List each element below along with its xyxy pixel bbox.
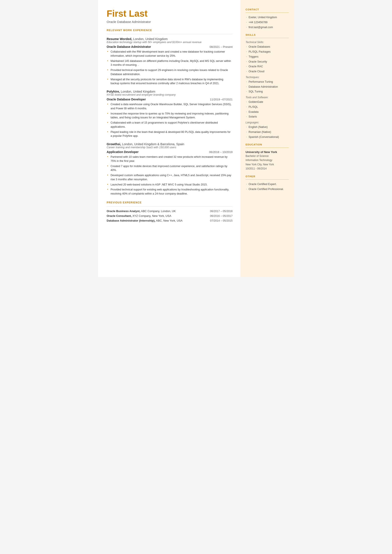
company-name-1: Resume Worded, London, United Kingdom: [107, 37, 232, 41]
skills-techniques-label: Techniques:: [245, 76, 289, 79]
edu-university-1: University of New York: [245, 150, 289, 154]
bullet-2-1: Created a data warehouse using Oracle Wa…: [107, 102, 232, 111]
edu-degree-1: Bachelor of Science Information Technolo…: [245, 154, 289, 171]
prev-exp-dates-3: 07/2014 – 05/2015: [210, 219, 232, 222]
bullet-2-4: Played leading role in the team that des…: [107, 130, 232, 138]
education-block-1: University of New York Bachelor of Scien…: [245, 150, 289, 171]
main-column: First Last Oracle Database Administrator…: [98, 0, 240, 277]
skill-tech-3: Triggers: [245, 55, 289, 59]
bullet-list-1: Collaborated with the RW development tea…: [107, 50, 232, 85]
bullet-1-1: Collaborated with the RW development tea…: [107, 50, 232, 58]
prev-exp-role-3: Database Administrator (Internship), ABC…: [107, 219, 182, 222]
divider-relevant-work: [107, 34, 232, 34]
role-title-3: Application Developer: [107, 150, 139, 154]
role-title-2: Oracle Database Developer: [107, 98, 146, 101]
skill-technique-3: SQL Tuning: [245, 90, 289, 94]
candidate-name: First Last: [107, 9, 232, 19]
prev-exp-row-3: Database Administrator (Internship), ABC…: [107, 219, 232, 222]
bullet-2-2: Increased the response time to queries u…: [107, 112, 232, 120]
skill-lang-1: English (Native): [245, 125, 289, 129]
prev-exp-row-1: Oracle Business Analyst, ABC Company, Lo…: [107, 210, 232, 213]
company-name-2: Polyhire, London, United Kingdom: [107, 90, 232, 93]
company-name-3: Growthsi, London, United Kingdom & Barce…: [107, 142, 232, 146]
role-title-1: Oracle Database Administrator: [107, 45, 151, 49]
prev-exp-role-2: Oracle Consultant, XYZ Company, New York…: [107, 214, 171, 217]
divider-previous-exp: [107, 206, 232, 206]
divider-contact: [245, 13, 289, 13]
name-title-block: First Last Oracle Database Administrator: [107, 9, 232, 24]
skill-tool-3: Exadata: [245, 110, 289, 114]
role-row-1: Oracle Database Administrator 08/2021 – …: [107, 45, 232, 49]
role-row-2: Oracle Database Developer 11/2019 –07/20…: [107, 98, 232, 101]
prev-exp-role-1: Oracle Business Analyst, ABC Company, Lo…: [107, 210, 176, 213]
skill-technique-1: Performance Tuning: [245, 80, 289, 84]
role-row-3: Application Developer 06/2018 – 10/2019: [107, 150, 232, 154]
skills-header: SKILLS: [245, 34, 289, 36]
skills-languages-list: English (Native) Romanian (Native) Spani…: [245, 125, 289, 139]
skill-tech-4: Oracle Security: [245, 60, 289, 64]
skills-technical-list: Oracle Databases PL/SQL Packages Trigger…: [245, 45, 289, 74]
other-item-1: Oracle Certified Expert.: [245, 182, 289, 186]
prev-exp-dates-1: 06/2017 – 05/2018: [210, 210, 232, 213]
divider-education: [245, 147, 289, 148]
contact-item-phone: +44 123456789: [245, 20, 289, 24]
skill-tech-5: Oracle RAC: [245, 64, 289, 69]
skill-tool-4: Solaris: [245, 115, 289, 119]
skill-tech-6: Oracle Cloud: [245, 70, 289, 74]
other-header: OTHER: [245, 175, 289, 178]
bullet-3-2: Created 7 apps for mobile devices that i…: [107, 164, 232, 172]
role-dates-3: 06/2018 – 10/2019: [209, 150, 232, 154]
company-desc-2: NYSE-listed recruitment and employer bra…: [107, 93, 232, 96]
sidebar: CONTACT Exeter, United Kingdom +44 12345…: [240, 0, 294, 277]
prev-exp-row-2: Oracle Consultant, XYZ Company, New York…: [107, 214, 232, 217]
divider-skills: [245, 38, 289, 38]
bullet-3-1: Partnered with 10 sales team members and…: [107, 155, 232, 163]
bullet-3-3: Developed custom software applications u…: [107, 173, 232, 182]
bullet-list-2: Created a data warehouse using Oracle Wa…: [107, 102, 232, 138]
bullet-list-3: Partnered with 10 sales team members and…: [107, 155, 232, 196]
skills-tools-label: Tools and Software:: [245, 96, 289, 99]
education-header: EDUCATION: [245, 143, 289, 146]
role-dates-2: 11/2019 –07/2021: [210, 98, 232, 101]
other-item-2: Oracle Certified Professional.: [245, 187, 289, 191]
skills-tools-list: GoldenGate PL/SQL Exadata Solaris: [245, 100, 289, 119]
skill-tech-1: Oracle Databases: [245, 45, 289, 49]
skill-lang-3: Spanish (Conversational): [245, 135, 289, 139]
contact-list: Exeter, United Kingdom +44 123456789 fir…: [245, 15, 289, 29]
bullet-2-3: Collaborated with a team of 15 programme…: [107, 121, 232, 129]
previous-exp-header: PREVIOUS EXPERIENCE: [107, 201, 232, 204]
contact-item-address: Exeter, United Kingdom: [245, 15, 289, 20]
skill-tool-1: GoldenGate: [245, 100, 289, 104]
bullet-3-4: Launched 20 web-based solutions in ASP .…: [107, 183, 232, 187]
role-dates-1: 08/2021 – Present: [210, 45, 232, 49]
bullet-1-4: Managed all the security protocols for s…: [107, 77, 232, 86]
candidate-job-title: Oracle Database Administrator: [107, 20, 232, 24]
skill-technique-2: Database Administration: [245, 85, 289, 89]
company-block-growthsi: Growthsi, London, United Kingdom & Barce…: [107, 142, 232, 196]
contact-item-email: first.last@gmail.com: [245, 25, 289, 29]
other-list: Oracle Certified Expert. Oracle Certifie…: [245, 182, 289, 191]
relevant-work-header: RELEVANT WORK EXPERIENCE: [107, 29, 232, 32]
skills-languages-label: Languages:: [245, 121, 289, 124]
bullet-1-3: Provided technical expertise to support …: [107, 68, 232, 76]
contact-header: CONTACT: [245, 8, 289, 11]
skill-tool-2: PL/SQL: [245, 105, 289, 109]
bullet-1-2: Maintained 145 databases on different pl…: [107, 59, 232, 67]
divider-other: [245, 179, 289, 180]
prev-exp-dates-2: 06/2016 – 05/2017: [210, 214, 232, 217]
skill-lang-2: Romanian (Native): [245, 130, 289, 134]
skill-tech-2: PL/SQL Packages: [245, 50, 289, 54]
company-block-polyhire: Polyhire, London, United Kingdom NYSE-li…: [107, 90, 232, 138]
resume-wrapper: First Last Oracle Database Administrator…: [98, 0, 294, 277]
skills-techniques-list: Performance Tuning Database Administrati…: [245, 80, 289, 94]
skills-technical-label: Technical Skills:: [245, 41, 289, 44]
company-block-resume-worded: Resume Worded, London, United Kingdom Ed…: [107, 37, 232, 85]
company-desc-3: Career training and membership SaaS with…: [107, 146, 232, 149]
bullet-3-5: Provided technical support for existing …: [107, 188, 232, 196]
company-desc-1: Education technology startup with 50+ em…: [107, 41, 232, 44]
